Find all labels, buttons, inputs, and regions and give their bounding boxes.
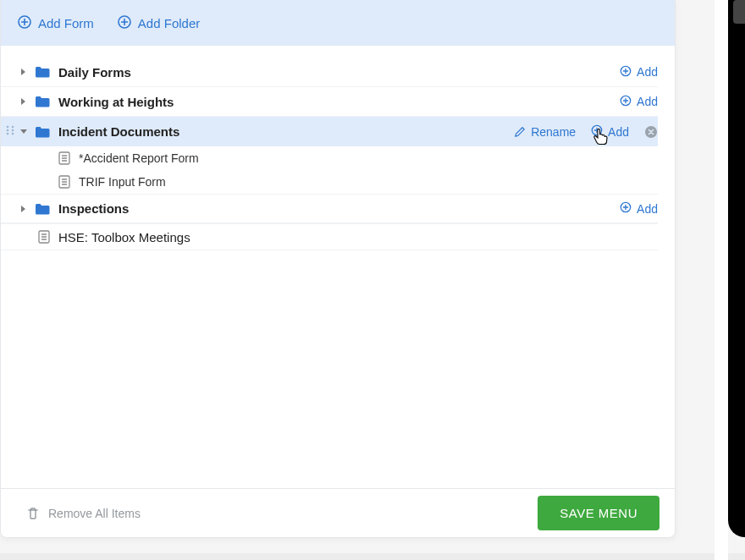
- folder-icon: [35, 203, 50, 215]
- remove-all-label: Remove All Items: [48, 507, 141, 520]
- file-row[interactable]: TRIF Input Form: [1, 170, 658, 194]
- file-label: HSE: Toolbox Meetings: [58, 230, 190, 244]
- plus-circle-icon: [591, 124, 603, 139]
- folder-icon: [35, 96, 50, 107]
- svg-point-7: [12, 129, 14, 132]
- add-folder-label: Add Folder: [138, 16, 200, 30]
- device-gap: [715, 0, 728, 560]
- plus-circle-icon: [18, 15, 31, 31]
- folder-rename-label: Rename: [531, 125, 576, 139]
- add-folder-button[interactable]: Add Folder: [118, 15, 200, 31]
- pencil-icon: [514, 126, 526, 138]
- folder-add-button[interactable]: Add: [591, 124, 629, 139]
- folder-row[interactable]: Daily Forms Add: [1, 58, 658, 87]
- svg-point-5: [12, 126, 14, 129]
- file-row[interactable]: HSE: Toolbox Meetings: [1, 223, 658, 250]
- device-frame-edge: [728, 0, 745, 537]
- folder-rename-button[interactable]: Rename: [514, 125, 576, 139]
- tree-area: Daily Forms Add Working at Heights: [1, 46, 675, 488]
- plus-circle-icon: [118, 15, 131, 31]
- svg-point-9: [12, 133, 14, 135]
- plus-circle-icon: [620, 95, 632, 109]
- save-menu-label: SAVE MENU: [560, 506, 637, 520]
- close-circle-icon: [644, 125, 658, 139]
- folder-row[interactable]: Working at Heights Add: [1, 87, 658, 117]
- svg-point-6: [7, 129, 9, 132]
- document-icon: [58, 175, 70, 189]
- folder-label: Incident Documents: [58, 124, 179, 139]
- bottom-divider: [0, 553, 745, 560]
- document-icon: [58, 151, 70, 165]
- panel-footer: Remove All Items SAVE MENU: [1, 488, 675, 537]
- chevron-right-icon[interactable]: [18, 205, 30, 213]
- plus-circle-icon: [620, 201, 632, 216]
- folder-add-button[interactable]: Add: [620, 65, 658, 80]
- add-form-button[interactable]: Add Form: [18, 15, 94, 31]
- panel-header: Add Form Add Folder: [1, 0, 675, 46]
- folder-add-button[interactable]: Add: [620, 95, 658, 109]
- folder-icon: [35, 126, 50, 138]
- folder-label: Daily Forms: [58, 65, 131, 80]
- file-label: TRIF Input Form: [79, 175, 166, 189]
- drag-handle-icon[interactable]: [4, 124, 16, 139]
- chevron-right-icon[interactable]: [18, 97, 30, 106]
- folder-row-selected[interactable]: Incident Documents Rename Add: [1, 117, 658, 146]
- folder-label: Working at Heights: [58, 95, 174, 109]
- file-row[interactable]: *Accident Report Form: [1, 146, 658, 170]
- folder-delete-button[interactable]: [644, 125, 658, 139]
- remove-all-button[interactable]: Remove All Items: [26, 507, 141, 520]
- file-label: *Accident Report Form: [79, 151, 199, 165]
- folder-add-label: Add: [637, 202, 658, 216]
- add-form-label: Add Form: [38, 16, 94, 30]
- svg-point-8: [7, 133, 9, 135]
- menu-editor-panel: Add Form Add Folder Daily Forms: [0, 0, 676, 538]
- chevron-down-icon[interactable]: [18, 129, 30, 135]
- folder-icon: [35, 66, 50, 78]
- folder-add-label: Add: [608, 125, 629, 139]
- save-menu-button[interactable]: SAVE MENU: [538, 496, 659, 530]
- folder-add-button[interactable]: Add: [620, 201, 658, 216]
- folder-row[interactable]: Inspections Add: [1, 194, 658, 223]
- trash-icon: [26, 507, 40, 520]
- plus-circle-icon: [620, 65, 632, 80]
- folder-add-label: Add: [637, 65, 658, 79]
- document-icon: [38, 230, 50, 244]
- folder-add-label: Add: [637, 95, 658, 108]
- svg-point-4: [7, 126, 9, 129]
- folder-label: Inspections: [58, 201, 129, 216]
- chevron-right-icon[interactable]: [18, 68, 30, 76]
